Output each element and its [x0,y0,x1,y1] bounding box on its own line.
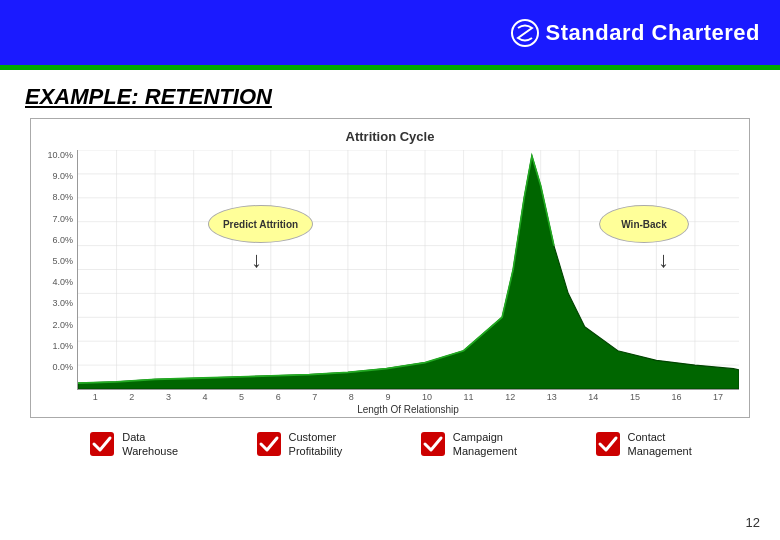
y-label: 2.0% [52,320,73,330]
winback-label: Win-Back [599,205,689,243]
x-label: 4 [203,392,208,402]
logo-text: Standard Chartered [546,20,760,46]
x-label: 14 [588,392,598,402]
y-label: 5.0% [52,256,73,266]
y-label: 8.0% [52,192,73,202]
x-label: 1 [93,392,98,402]
y-label: 3.0% [52,298,73,308]
checkmark-icon [594,430,622,458]
x-label: 13 [547,392,557,402]
check-label-campaign-management: CampaignManagement [453,430,517,459]
check-label-customer-profitability: CustomerProfitability [289,430,343,459]
y-axis: 10.0% 9.0% 8.0% 7.0% 6.0% 5.0% 4.0% 3.0%… [41,150,77,390]
bottom-items: DataWarehouse CustomerProfitability Camp… [20,418,760,459]
check-label-contact-management: ContactManagement [628,430,692,459]
x-label: 11 [464,392,474,402]
check-label-data-warehouse: DataWarehouse [122,430,178,459]
y-label: 0.0% [52,362,73,372]
x-label: 16 [671,392,681,402]
chart-plot: Predict Attrition Win-Back ↓ ↓ [77,150,739,390]
predict-arrow-down: ↓ [251,247,262,273]
check-item-data-warehouse: DataWarehouse [88,430,178,459]
main-content: Attrition Cycle 10.0% 9.0% 8.0% 7.0% 6.0… [0,118,780,459]
y-label: 7.0% [52,214,73,224]
x-axis: 1 2 3 4 5 6 7 8 9 10 11 12 13 14 15 16 1… [41,392,739,402]
y-label: 6.0% [52,235,73,245]
checkmark-icon [419,430,447,458]
chart-title: Attrition Cycle [41,129,739,144]
chart-container: Attrition Cycle 10.0% 9.0% 8.0% 7.0% 6.0… [30,118,750,418]
y-label: 9.0% [52,171,73,181]
x-label: 5 [239,392,244,402]
sc-logo-icon [510,18,540,48]
y-label: 4.0% [52,277,73,287]
x-label: 9 [385,392,390,402]
check-item-campaign-management: CampaignManagement [419,430,517,459]
page-number: 12 [746,515,760,530]
x-label: 8 [349,392,354,402]
check-item-contact-management: ContactManagement [594,430,692,459]
chart-inner: 10.0% 9.0% 8.0% 7.0% 6.0% 5.0% 4.0% 3.0%… [41,150,739,390]
y-label: 10.0% [47,150,73,160]
x-label: 6 [276,392,281,402]
chart-svg [78,150,739,389]
winback-arrow-down: ↓ [658,247,669,273]
x-label: 7 [312,392,317,402]
x-label: 2 [129,392,134,402]
x-axis-label: Length Of Relationship [41,404,739,415]
x-label: 17 [713,392,723,402]
y-label: 1.0% [52,341,73,351]
x-label: 15 [630,392,640,402]
check-item-customer-profitability: CustomerProfitability [255,430,343,459]
logo-container: Standard Chartered [510,18,760,48]
x-label: 10 [422,392,432,402]
header: Standard Chartered [0,0,780,65]
checkmark-icon [255,430,283,458]
checkmark-icon [88,430,116,458]
predict-attrition-label: Predict Attrition [208,205,313,243]
x-label: 3 [166,392,171,402]
page-title: EXAMPLE: RETENTION [25,84,272,109]
page-title-area: EXAMPLE: RETENTION [0,70,780,118]
x-label: 12 [505,392,515,402]
